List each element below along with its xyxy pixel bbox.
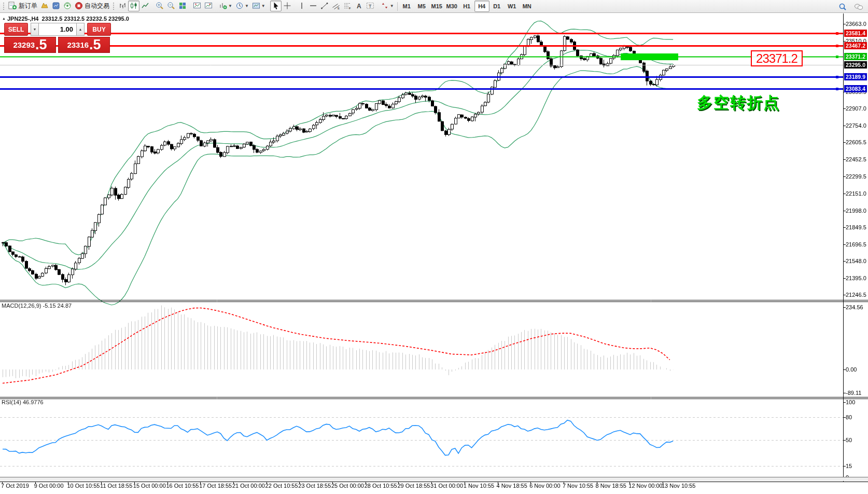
zoom-out-icon: [167, 2, 175, 10]
toolbar-trendline-button[interactable]: [319, 1, 330, 11]
level-price-badge: 23581.4: [844, 30, 867, 37]
toolbar-fibonacci-button[interactable]: F: [342, 1, 353, 11]
toolbar-templates-button[interactable]: ▼: [250, 1, 267, 11]
candlestick-chart-icon: [130, 2, 138, 10]
time-axis-label: 8 Nov 18:55: [596, 483, 626, 489]
time-periods-icon: [235, 2, 244, 10]
toolbar-bar-chart-button[interactable]: [117, 1, 128, 11]
toolbar-cursor-button[interactable]: [270, 1, 282, 11]
timeframe-m15-button[interactable]: M15: [429, 1, 444, 12]
price-axis-tick: 22452.5: [846, 156, 866, 162]
macd-axis-tick: 234.56: [846, 304, 863, 310]
sell-price-box[interactable]: 23293 .5: [4, 37, 56, 53]
toolbar-zoom-out-button[interactable]: [165, 1, 177, 11]
price-axis-tick: 22151.0: [846, 190, 866, 197]
toolbar-grip[interactable]: [3, 2, 5, 10]
toolbar-time-periods-button[interactable]: ▼: [234, 1, 250, 11]
text-icon: A: [355, 2, 363, 10]
toolbar-text-label-button[interactable]: T: [365, 1, 376, 11]
chart-title: ▲JPN225-,H4 23312.5 23312.5 23232.5 2329…: [2, 16, 129, 22]
toolbar-arrange-right-button[interactable]: [203, 1, 214, 11]
charts-profile-icon: [40, 2, 49, 10]
time-axis-label: 22 Oct 10:55: [265, 483, 298, 489]
toolbar-tile-windows-button[interactable]: [177, 1, 188, 11]
vertical-line-icon: [298, 2, 306, 10]
new-chart-icon: [219, 2, 227, 10]
timeframe-d1-button[interactable]: D1: [489, 1, 505, 12]
volume-input[interactable]: 1.00: [39, 23, 76, 36]
toolbar-grip[interactable]: [113, 2, 115, 10]
toolbar-zoom-in-button[interactable]: [154, 1, 165, 11]
time-axis-label: 10 Oct 10:55: [67, 483, 100, 489]
svg-text:F: F: [349, 7, 351, 10]
timeframe-m30-button[interactable]: M30: [444, 1, 459, 12]
new-order-icon: [8, 2, 17, 10]
toolbar-arrange-left-button[interactable]: [191, 1, 203, 11]
toolbar-news-button[interactable]: [62, 1, 73, 11]
toolbar-arrows-button[interactable]: ▼: [379, 1, 396, 11]
svg-text:A: A: [357, 3, 361, 10]
rsi-axis-tick: 15: [846, 463, 852, 469]
price-axis-tick: 21849.5: [846, 224, 866, 230]
timeframe-h1-button[interactable]: H1: [459, 1, 474, 12]
toolbar-equidistant-channel-button[interactable]: E: [330, 1, 342, 11]
toolbar-auto-trading-button[interactable]: 自动交易: [73, 1, 111, 11]
chart-canvas[interactable]: [0, 13, 868, 494]
sell-price-pips: .5: [35, 38, 47, 52]
toolbar-horizontal-line-button[interactable]: [307, 1, 319, 11]
toolbar-market-watch-button[interactable]: [50, 1, 62, 11]
toolbar-vertical-line-button[interactable]: [296, 1, 307, 11]
panel-collapse-icon[interactable]: ▲: [2, 17, 6, 20]
arrows-icon: [381, 2, 389, 10]
trendline-icon: [320, 2, 329, 10]
turning-point-annotation[interactable]: 多空转折点: [697, 92, 780, 114]
timeframe-mn-button[interactable]: MN: [520, 1, 535, 12]
timeframe-m5-button[interactable]: M5: [414, 1, 429, 12]
time-axis-label: 9 Oct 00:00: [34, 483, 64, 489]
rsi-axis-tick: 100: [846, 399, 855, 405]
time-axis-label: 4 Nov 18:55: [497, 483, 527, 489]
toolbar-new-chart-button[interactable]: ▼: [217, 1, 234, 11]
time-axis-label: 31 Oct 00:00: [430, 483, 463, 489]
current-price-badge: 23295.0: [844, 61, 867, 68]
rsi-indicator-label: RSI(14) 46.9776: [2, 399, 44, 405]
time-axis-label: 12 Nov 00:00: [628, 483, 662, 489]
line-chart-icon: [141, 2, 149, 10]
auto-trading-icon: [75, 2, 83, 10]
volume-increase-button[interactable]: ▲: [76, 23, 85, 36]
toolbar-button-label: 自动交易: [85, 2, 109, 10]
arrange-right-icon: [204, 2, 213, 10]
time-axis-label: 29 Oct 18:55: [397, 483, 430, 489]
volume-decrease-button[interactable]: ▼: [31, 23, 39, 36]
time-axis-label: 21 Oct 00:00: [232, 483, 265, 489]
crosshair-icon: [283, 2, 291, 10]
chat-icon[interactable]: [852, 1, 865, 12]
buy-price-box[interactable]: 23316 .5: [58, 37, 110, 53]
price-axis-tick: 23663.0: [846, 21, 866, 27]
search-icon[interactable]: [837, 1, 848, 12]
chevron-down-icon: ▼: [245, 4, 249, 8]
sell-button[interactable]: SELL: [4, 23, 28, 36]
one-click-trading-panel: SELL ▼ 1.00 ▲ BUY 23293 .5 23316 .5: [4, 23, 111, 53]
timeframe-m1-button[interactable]: M1: [399, 1, 414, 12]
macd-indicator-label: MACD(12,26,9) -5.15 24.87: [2, 303, 72, 309]
toolbar-line-chart-button[interactable]: [139, 1, 151, 11]
timeframe-h4-button[interactable]: H4: [474, 1, 489, 12]
timeframe-w1-button[interactable]: W1: [505, 1, 520, 12]
chart-area[interactable]: ▲JPN225-,H4 23312.5 23312.5 23232.5 2329…: [0, 13, 868, 494]
price-level-annotation[interactable]: 23371.2: [751, 50, 803, 66]
cursor-icon: [272, 2, 280, 10]
toolbar-new-order-button[interactable]: 新订单: [7, 1, 39, 11]
symbol-period: JPN225-,H4: [7, 16, 39, 22]
toolbar-charts-profile-button[interactable]: [39, 1, 50, 11]
buy-price-main: 23316: [67, 38, 89, 52]
buy-button[interactable]: BUY: [87, 23, 111, 36]
toolbar-crosshair-button[interactable]: [282, 1, 293, 11]
time-axis-label: 17 Oct 18:55: [199, 483, 232, 489]
toolbar-candlestick-chart-button[interactable]: [128, 1, 139, 11]
text-label-icon: T: [366, 2, 374, 10]
time-axis-label: 11 Oct 18:55: [100, 483, 132, 489]
toolbar-button-label: 新订单: [19, 2, 37, 10]
price-axis-tick: 22754.0: [846, 122, 866, 129]
toolbar-text-button[interactable]: A: [353, 1, 365, 11]
